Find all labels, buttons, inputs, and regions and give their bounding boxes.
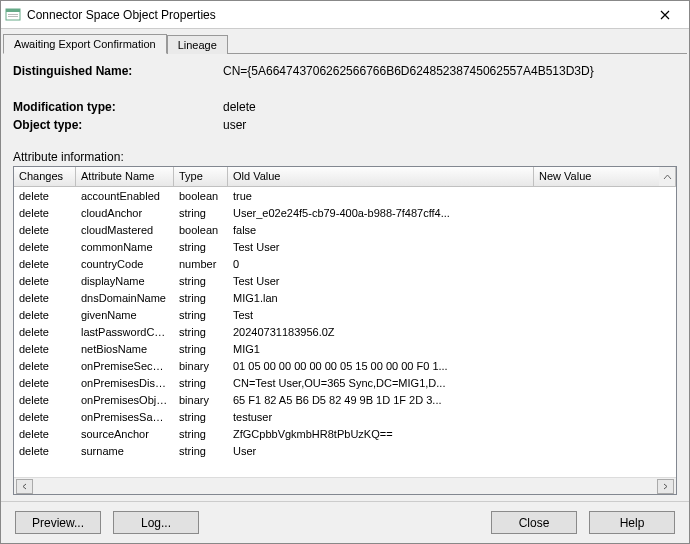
- table-row[interactable]: deletecommonNamestringTest User: [14, 238, 676, 255]
- cell-newval: [534, 195, 676, 197]
- cell-type: string: [174, 240, 228, 254]
- table-row[interactable]: deleteonPremisesSamA...stringtestuser: [14, 408, 676, 425]
- cell-type: string: [174, 206, 228, 220]
- cell-changes: delete: [14, 376, 76, 390]
- col-new-value[interactable]: New Value: [534, 167, 659, 186]
- tab-panel: Distinguished Name: CN={5A66474370626256…: [1, 54, 689, 501]
- cell-oldval: User_e02e24f5-cb79-400a-b988-7f487cff4..…: [228, 206, 534, 220]
- modtype-label: Modification type:: [13, 100, 223, 114]
- cell-type: string: [174, 308, 228, 322]
- cell-newval: [534, 229, 676, 231]
- tab-awaiting-export[interactable]: Awaiting Export Confirmation: [3, 34, 167, 54]
- header-scroll-spacer: [659, 167, 676, 186]
- cell-oldval: ZfGCpbbVgkmbHR8tPbUzKQ==: [228, 427, 534, 441]
- cell-oldval: 0: [228, 257, 534, 271]
- log-button[interactable]: Log...: [113, 511, 199, 534]
- cell-type: string: [174, 291, 228, 305]
- cell-oldval: 65 F1 82 A5 B6 D5 82 49 9B 1D 1F 2D 3...: [228, 393, 534, 407]
- grid-body[interactable]: deleteaccountEnabledbooleantruedeleteclo…: [14, 187, 676, 477]
- objtype-value: user: [223, 118, 677, 132]
- cell-newval: [534, 416, 676, 418]
- table-row[interactable]: deletecloudMasteredbooleanfalse: [14, 221, 676, 238]
- cell-attr: cloudAnchor: [76, 206, 174, 220]
- table-row[interactable]: deletegivenNamestringTest: [14, 306, 676, 323]
- window-title: Connector Space Object Properties: [27, 8, 645, 22]
- cell-oldval: Test User: [228, 240, 534, 254]
- cell-newval: [534, 433, 676, 435]
- cell-oldval: CN=Test User,OU=365 Sync,DC=MIG1,D...: [228, 376, 534, 390]
- cell-newval: [534, 314, 676, 316]
- table-row[interactable]: deletecloudAnchorstringUser_e02e24f5-cb7…: [14, 204, 676, 221]
- table-row[interactable]: deleteonPremiseSecurit...binary01 05 00 …: [14, 357, 676, 374]
- tab-strip: Awaiting Export Confirmation Lineage: [1, 29, 689, 53]
- attr-info-label: Attribute information:: [13, 150, 677, 164]
- cell-oldval: MIG1.lan: [228, 291, 534, 305]
- cell-type: string: [174, 427, 228, 441]
- cell-newval: [534, 212, 676, 214]
- table-row[interactable]: deleteonPremisesDistin...stringCN=Test U…: [14, 374, 676, 391]
- cell-newval: [534, 399, 676, 401]
- table-row[interactable]: deleteaccountEnabledbooleantrue: [14, 187, 676, 204]
- table-row[interactable]: deletesurnamestringUser: [14, 442, 676, 459]
- cell-changes: delete: [14, 393, 76, 407]
- tab-lineage[interactable]: Lineage: [167, 35, 228, 54]
- horizontal-scrollbar[interactable]: [14, 477, 676, 494]
- cell-attr: netBiosName: [76, 342, 174, 356]
- titlebar: Connector Space Object Properties: [1, 1, 689, 29]
- table-row[interactable]: deletedisplayNamestringTest User: [14, 272, 676, 289]
- cell-attr: lastPasswordCha...: [76, 325, 174, 339]
- cell-newval: [534, 331, 676, 333]
- cell-changes: delete: [14, 410, 76, 424]
- cell-changes: delete: [14, 206, 76, 220]
- table-row[interactable]: deleteonPremisesObjec...binary65 F1 82 A…: [14, 391, 676, 408]
- cell-attr: onPremisesObjec...: [76, 393, 174, 407]
- scroll-right-icon[interactable]: [657, 479, 674, 494]
- dn-label: Distinguished Name:: [13, 64, 223, 78]
- col-attribute-name[interactable]: Attribute Name: [76, 167, 174, 186]
- cell-type: string: [174, 274, 228, 288]
- cell-changes: delete: [14, 257, 76, 271]
- close-button[interactable]: Close: [491, 511, 577, 534]
- cell-newval: [534, 297, 676, 299]
- cell-attr: cloudMastered: [76, 223, 174, 237]
- cell-attr: surname: [76, 444, 174, 458]
- cell-newval: [534, 280, 676, 282]
- cell-type: string: [174, 342, 228, 356]
- cell-changes: delete: [14, 342, 76, 356]
- cell-attr: givenName: [76, 308, 174, 322]
- table-row[interactable]: deletecountryCodenumber0: [14, 255, 676, 272]
- cell-attr: onPremisesSamA...: [76, 410, 174, 424]
- cell-oldval: Test User: [228, 274, 534, 288]
- cell-attr: accountEnabled: [76, 189, 174, 203]
- app-icon: [5, 7, 21, 23]
- table-row[interactable]: deletelastPasswordCha...string2024073118…: [14, 323, 676, 340]
- table-row[interactable]: deletenetBiosNamestringMIG1: [14, 340, 676, 357]
- cell-newval: [534, 348, 676, 350]
- cell-oldval: true: [228, 189, 534, 203]
- cell-changes: delete: [14, 240, 76, 254]
- cell-type: number: [174, 257, 228, 271]
- close-icon[interactable]: [645, 2, 685, 28]
- cell-oldval: false: [228, 223, 534, 237]
- cell-type: string: [174, 376, 228, 390]
- cell-oldval: 01 05 00 00 00 00 00 05 15 00 00 00 F0 1…: [228, 359, 534, 373]
- modtype-value: delete: [223, 100, 677, 114]
- cell-oldval: 20240731183956.0Z: [228, 325, 534, 339]
- cell-changes: delete: [14, 189, 76, 203]
- cell-changes: delete: [14, 444, 76, 458]
- preview-button[interactable]: Preview...: [15, 511, 101, 534]
- col-changes[interactable]: Changes: [14, 167, 76, 186]
- button-bar: Preview... Log... Close Help: [1, 501, 689, 543]
- scroll-left-icon[interactable]: [16, 479, 33, 494]
- cell-attr: sourceAnchor: [76, 427, 174, 441]
- table-row[interactable]: deletesourceAnchorstringZfGCpbbVgkmbHR8t…: [14, 425, 676, 442]
- attribute-grid: Changes Attribute Name Type Old Value Ne…: [13, 166, 677, 495]
- col-old-value[interactable]: Old Value: [228, 167, 534, 186]
- table-row[interactable]: deletednsDomainNamestringMIG1.lan: [14, 289, 676, 306]
- cell-attr: countryCode: [76, 257, 174, 271]
- cell-newval: [534, 450, 676, 452]
- col-type[interactable]: Type: [174, 167, 228, 186]
- help-button[interactable]: Help: [589, 511, 675, 534]
- cell-changes: delete: [14, 291, 76, 305]
- cell-changes: delete: [14, 325, 76, 339]
